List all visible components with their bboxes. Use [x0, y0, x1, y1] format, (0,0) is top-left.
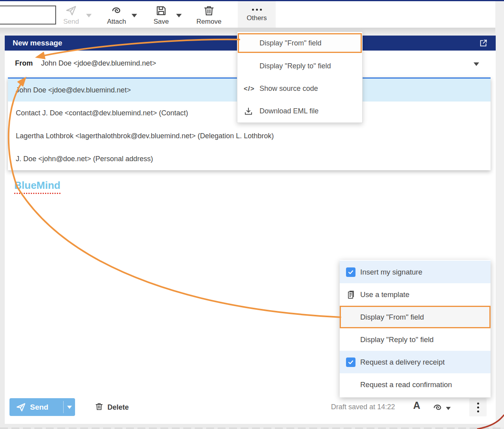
menu-item-label: Display "Reply to" field — [360, 335, 434, 344]
menu-item-label: Display "From" field — [360, 313, 424, 322]
paperclip-icon — [111, 5, 122, 17]
menu-item-label: Insert my signature — [360, 268, 422, 277]
menu-item-label: Request a read confirmation — [360, 380, 452, 389]
more-options-button[interactable] — [469, 398, 487, 416]
text-format-button[interactable]: A — [410, 399, 423, 412]
menu-item-use-template[interactable]: Use a template — [340, 283, 491, 306]
send-toolbar-label: Send — [63, 18, 79, 26]
delete-button-label: Delete — [107, 403, 129, 412]
send-icon — [16, 402, 26, 412]
menu-item-insert-signature[interactable]: Insert my signature — [340, 261, 491, 283]
menu-item-label: Show source code — [260, 85, 318, 93]
code-icon: </> — [244, 85, 255, 93]
menu-item-download-eml[interactable]: Download EML file — [237, 100, 362, 122]
send-options-caret-icon[interactable] — [67, 406, 72, 409]
signature-text: BlueMind — [14, 179, 60, 194]
save-caret-down-icon[interactable] — [176, 14, 182, 17]
remove-toolbar-button[interactable]: Remove — [190, 1, 228, 28]
menu-item-label: Use a template — [360, 290, 409, 299]
search-input[interactable] — [0, 6, 56, 24]
paperclip-icon — [432, 402, 443, 415]
trash-icon — [203, 5, 215, 17]
draft-saved-status: Draft saved at 14:22 — [331, 403, 395, 411]
template-icon — [346, 290, 355, 299]
menu-item-show-source-code[interactable]: </> Show source code — [237, 77, 362, 100]
save-icon — [155, 5, 167, 17]
send-button[interactable]: Send — [9, 398, 75, 416]
send-icon — [65, 5, 77, 17]
menu-item-request-read-confirmation[interactable]: Request a read confirmation — [340, 373, 491, 396]
menu-item-display-from-field[interactable]: Display "From" field — [238, 33, 362, 53]
send-button-label: Send — [30, 403, 48, 412]
compose-options-menu: Insert my signature Use a template Displ… — [340, 260, 491, 397]
remove-toolbar-label: Remove — [196, 18, 221, 26]
menu-item-display-from-field[interactable]: Display "From" field — [340, 306, 491, 328]
menu-item-display-reply-to-field[interactable]: Display "Reply to" field — [237, 55, 362, 77]
download-icon — [244, 107, 253, 116]
kebab-dot — [477, 410, 479, 412]
send-button-divider — [63, 401, 64, 413]
from-option[interactable]: J. Doe <john@doe.net> (Personal address) — [8, 147, 491, 170]
menu-item-display-reply-to-field[interactable]: Display "Reply to" field — [340, 328, 491, 351]
delete-button[interactable]: Delete — [95, 402, 129, 412]
others-toolbar-button[interactable]: Others — [238, 1, 276, 31]
trash-icon — [95, 402, 103, 412]
window-title: New message — [13, 39, 62, 47]
bluemind-compose-screen: Send Attach Save Remove — [0, 0, 504, 429]
send-caret-down-icon[interactable] — [86, 14, 92, 17]
from-option[interactable]: Lagertha Lothbrok <lagerthalothbrok@dev.… — [8, 124, 491, 147]
attachment-caret-down-icon — [446, 407, 451, 410]
bottom-edge-dashes — [0, 427, 504, 429]
others-dropdown-menu: Display "From" field Display "Reply to" … — [237, 32, 363, 123]
attachment-button[interactable] — [432, 402, 451, 415]
from-caret-down-icon[interactable] — [474, 62, 479, 66]
save-toolbar-label: Save — [154, 18, 169, 26]
menu-item-label: Download EML file — [260, 107, 318, 115]
others-toolbar-label: Others — [246, 14, 267, 22]
from-field-value: John Doe <jdoe@dev.bluemind.net> — [41, 59, 156, 68]
attach-caret-down-icon[interactable] — [132, 14, 137, 17]
send-toolbar-button[interactable]: Send — [52, 1, 90, 28]
page-right-margin — [495, 1, 504, 429]
save-toolbar-button[interactable]: Save — [142, 1, 180, 28]
kebab-dot — [477, 406, 479, 408]
menu-item-request-delivery-receipt[interactable]: Request a delivery receipt — [340, 351, 491, 373]
attach-toolbar-button[interactable]: Attach — [98, 1, 135, 28]
checkbox-checked-icon[interactable] — [346, 358, 355, 367]
open-in-new-window-icon[interactable] — [479, 39, 488, 47]
checkbox-checked-icon[interactable] — [346, 267, 355, 277]
attach-toolbar-label: Attach — [107, 18, 126, 26]
from-field-label: From — [15, 59, 33, 68]
ellipsis-icon — [252, 9, 262, 11]
menu-item-label: Request a delivery receipt — [360, 358, 445, 367]
message-toolbar: Send Attach Save Remove — [0, 1, 495, 28]
kebab-dot — [477, 403, 479, 405]
